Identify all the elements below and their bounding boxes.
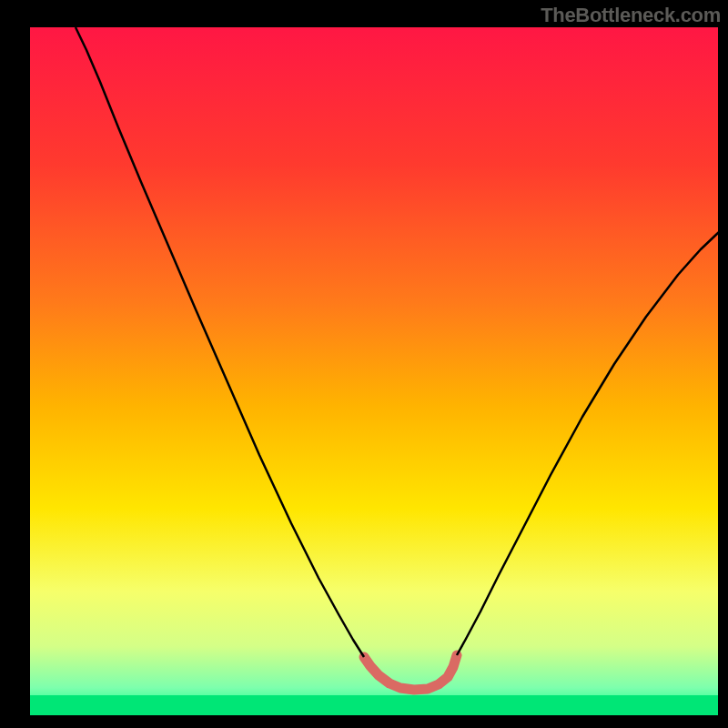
chart-frame: TheBottleneck.com (0, 0, 728, 728)
gradient-background (30, 27, 718, 715)
green-bottom-strip (30, 695, 718, 715)
bottleneck-curve-chart (0, 0, 728, 728)
